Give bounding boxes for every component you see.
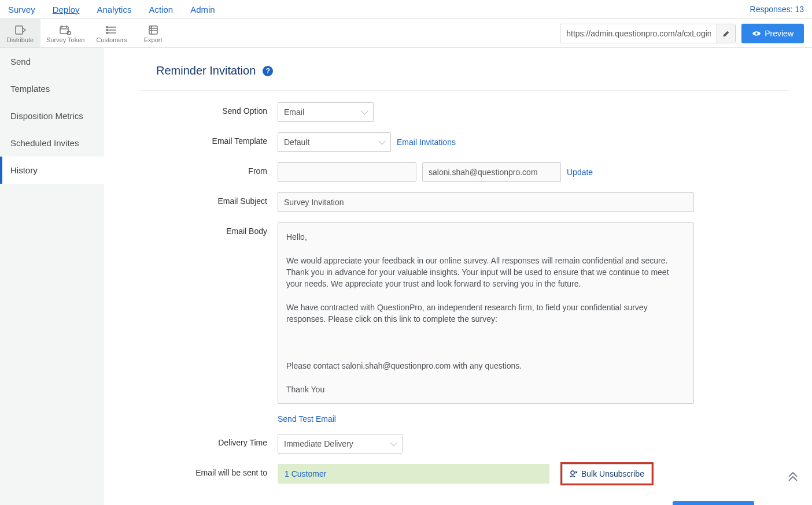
row-delivery-time: Delivery Time Immediate Delivery — [156, 434, 789, 454]
nav-deploy[interactable]: Deploy — [53, 5, 80, 14]
sidebar-item-send[interactable]: Send — [0, 48, 104, 75]
label-sent-to: Email will be sent to — [156, 464, 278, 477]
bulk-unsubscribe-button[interactable]: Bulk Unsubscribe — [562, 464, 652, 484]
row-subject: Email Subject — [156, 192, 789, 212]
toolbar-customers-label: Customers — [96, 36, 127, 43]
page-header: Reminder Invitation ? — [140, 48, 789, 91]
svg-point-4 — [106, 29, 108, 31]
row-body: Email Body Hello, We would appreciate yo… — [156, 222, 789, 404]
select-send-option[interactable]: Email — [278, 102, 374, 122]
label-delivery: Delivery Time — [156, 434, 278, 447]
customers-icon — [105, 24, 119, 36]
preview-button[interactable]: Preview — [741, 24, 804, 43]
gap-column — [104, 48, 140, 505]
url-edit-button[interactable] — [717, 24, 735, 43]
chevron-double-up-icon — [787, 470, 799, 482]
sidebar: Send Templates Disposition Metrics Sched… — [0, 48, 104, 505]
top-nav: Survey Deploy Analytics Action Admin Res… — [0, 0, 812, 19]
url-input-wrap — [560, 24, 736, 43]
toolbar-left: Distribute Survey Token Customers X Expo… — [0, 19, 174, 47]
label-send-option: Send Option — [156, 102, 278, 116]
svg-text:X: X — [150, 25, 152, 28]
svg-rect-0 — [16, 26, 23, 34]
email-body-textarea[interactable]: Hello, We would appreciate your feedback… — [278, 222, 694, 404]
toolbar-survey-token[interactable]: Survey Token — [40, 19, 90, 47]
scroll-to-top[interactable] — [787, 470, 799, 484]
sidebar-item-scheduled[interactable]: Scheduled Invites — [0, 129, 104, 157]
responses-count[interactable]: Responses: 13 — [750, 5, 804, 14]
page-title: Reminder Invitation — [156, 64, 256, 77]
preview-label: Preview — [765, 29, 793, 38]
toolbar-token-label: Survey Token — [46, 36, 84, 43]
svg-point-2 — [67, 31, 71, 35]
toolbar-distribute[interactable]: Distribute — [0, 19, 40, 47]
label-subject: Email Subject — [156, 192, 278, 206]
label-from: From — [156, 162, 278, 176]
label-body: Email Body — [156, 222, 278, 236]
svg-point-5 — [106, 32, 108, 34]
row-send-option: Send Option Email — [156, 102, 789, 122]
nav-admin[interactable]: Admin — [190, 5, 215, 14]
svg-point-3 — [106, 27, 108, 28]
row-send-test: Send Test Email — [156, 414, 789, 424]
sidebar-item-history[interactable]: History — [0, 157, 104, 184]
sidebar-item-disposition[interactable]: Disposition Metrics — [0, 102, 104, 129]
toolbar-distribute-label: Distribute — [7, 36, 34, 43]
export-icon: X — [146, 24, 160, 36]
bulk-unsubscribe-label: Bulk Unsubscribe — [581, 469, 644, 478]
help-icon[interactable]: ? — [263, 66, 273, 76]
select-delivery-time[interactable]: Immediate Delivery — [278, 434, 403, 454]
from-name-input[interactable] — [278, 162, 416, 182]
toolbar-export[interactable]: X Export — [133, 19, 174, 47]
subject-input[interactable] — [278, 192, 694, 212]
select-email-template[interactable]: Default — [278, 132, 391, 152]
form: Send Option Email Email Template Default… — [140, 91, 789, 505]
row-sent-to: Email will be sent to 1 Customer Bulk Un… — [156, 464, 789, 484]
eye-icon — [752, 30, 761, 37]
email-invitations-link[interactable]: Email Invitations — [397, 138, 456, 147]
distribute-icon — [13, 24, 27, 36]
from-email-input[interactable] — [422, 162, 561, 182]
row-from: From Update — [156, 162, 789, 182]
row-process: Process Delivery — [156, 501, 789, 505]
pencil-icon — [722, 29, 730, 38]
body: Send Templates Disposition Metrics Sched… — [0, 48, 812, 505]
calendar-token-icon — [58, 24, 72, 36]
sidebar-item-templates[interactable]: Templates — [0, 75, 104, 102]
process-delivery-button[interactable]: Process Delivery — [673, 501, 754, 505]
toolbar-customers[interactable]: Customers — [90, 19, 132, 47]
nav-survey[interactable]: Survey — [8, 5, 35, 14]
top-nav-left: Survey Deploy Analytics Action Admin — [8, 5, 215, 14]
svg-point-8 — [755, 32, 758, 35]
svg-point-9 — [571, 471, 574, 474]
nav-analytics[interactable]: Analytics — [97, 5, 131, 14]
toolbar: Distribute Survey Token Customers X Expo… — [0, 19, 812, 48]
unsubscribe-icon — [570, 470, 578, 478]
send-test-email-link[interactable]: Send Test Email — [278, 414, 336, 424]
toolbar-export-label: Export — [144, 36, 163, 43]
url-input[interactable] — [560, 24, 717, 43]
label-email-template: Email Template — [156, 132, 278, 146]
toolbar-right: Preview — [560, 24, 804, 43]
customer-count-box[interactable]: 1 Customer — [278, 464, 549, 484]
main: Reminder Invitation ? Send Option Email … — [140, 48, 812, 505]
update-link[interactable]: Update — [567, 168, 593, 177]
nav-action[interactable]: Action — [149, 5, 173, 14]
row-email-template: Email Template Default Email Invitations — [156, 132, 789, 152]
